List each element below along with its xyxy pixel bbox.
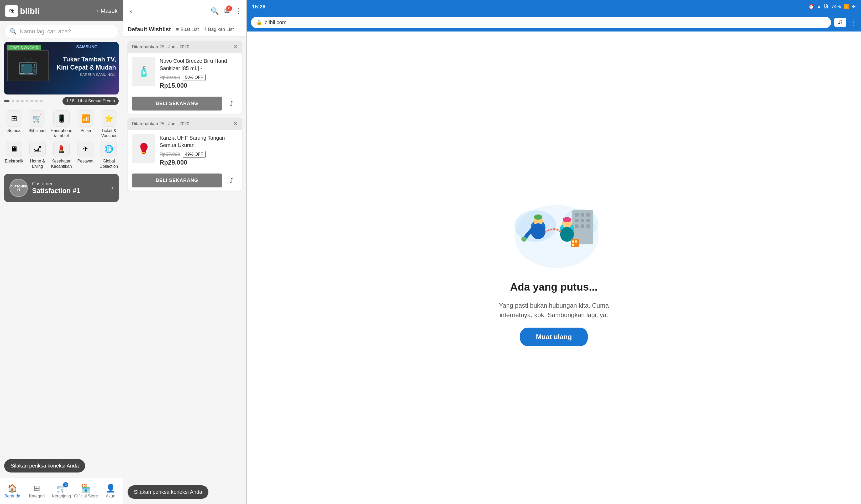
status-time: 15:26 — [252, 4, 265, 10]
categories-row2: 🖥 Elektronik 🛋 Home & Living 💄 Kesehatan… — [0, 141, 123, 171]
error-title: Ada yang putus... — [510, 281, 598, 293]
svg-rect-26 — [572, 244, 574, 246]
wishlist-item-2-close[interactable]: ✕ — [233, 121, 238, 127]
nav-akun[interactable]: 👤 Akun — [98, 481, 123, 501]
nav-akun-label: Akun — [106, 494, 115, 499]
share-button-1[interactable]: ⤴ — [225, 97, 238, 110]
blibli-logo: 🛍 blibli — [5, 5, 40, 17]
akun-icon: 👤 — [106, 483, 115, 493]
nav-keranjang-label: Keranjang — [52, 494, 71, 499]
product-1-price: Rp15.000 — [160, 82, 238, 89]
home-icon: 🏠 — [8, 483, 17, 493]
cat-bliblimart[interactable]: 🛒 Bliblimart — [27, 110, 47, 138]
lock-icon: 🔒 — [256, 19, 262, 25]
error-message: Yang pasti bukan hubungan kita. Cuma int… — [488, 301, 619, 320]
cat-handphone[interactable]: 📱 Handphone & Tablet — [51, 110, 72, 138]
bluetooth-icon: ✈ — [852, 4, 856, 10]
nav-beranda[interactable]: 🏠 Beranda — [0, 481, 25, 501]
wishlist-item-1-header: Ditambahkan 25 - Jun - 2020 ✕ — [127, 41, 242, 53]
indicator-6[interactable] — [30, 100, 33, 103]
more-options-icon[interactable]: ⋮ — [235, 7, 242, 15]
buat-list-label: Buat List — [180, 27, 199, 32]
indicator-1[interactable] — [4, 100, 10, 103]
cat-ticket-label: Ticket & Voucher — [99, 128, 119, 138]
cat-ticket[interactable]: ⭐ Ticket & Voucher — [99, 110, 119, 138]
satisfaction-label: Customer — [32, 181, 107, 187]
cat-pesawat-label: Pesawat — [77, 159, 93, 164]
cat-elektronik[interactable]: 🖥 Elektronik — [4, 141, 24, 168]
masuk-icon: ⟶ — [91, 8, 99, 14]
url-text: blibli.com — [264, 19, 286, 26]
svg-rect-23 — [571, 239, 579, 247]
promo-badge[interactable]: 1 / 8 Lihat Semua Promo — [63, 97, 119, 105]
product-1-name: Nuvo Cool Breeze Biru Hand Sanitizer [85… — [160, 57, 238, 72]
bottom-navigation: 🏠 Beranda ⊞ Kategori 🛒 0 Keranjang 🏪 Off… — [0, 478, 123, 504]
nav-official[interactable]: 🏪 Official Store — [74, 481, 98, 501]
cat-elektronik-icon: 🖥 — [6, 141, 22, 157]
product-1-pricing: Rp30.000 50% OFF — [160, 74, 238, 81]
satisfaction-banner[interactable]: CUSTOMER#1 Customer Satisfaction #1 › — [4, 174, 119, 202]
keranjang-badge: 0 — [63, 482, 68, 488]
indicator-2[interactable] — [12, 100, 14, 103]
browser-menu-button[interactable]: ⋮ — [849, 18, 857, 27]
banner-text: Tukar Tambah TV, Kini Cepat & Mudah KARE… — [56, 55, 116, 77]
cat-home[interactable]: 🛋 Home & Living — [28, 141, 47, 168]
wishlist-item-2: Ditambahkan 25 - Jun - 2020 ✕ 🥊 Kanzia U… — [127, 118, 242, 191]
product-2-image: 🥊 — [132, 134, 155, 163]
svg-rect-11 — [580, 224, 584, 228]
satisfaction-badge-text: CUSTOMER#1 — [11, 185, 27, 191]
reload-label: Muat ulang — [536, 333, 572, 341]
cat-ticket-icon: ⭐ — [101, 110, 117, 126]
wishlist-item-1-close[interactable]: ✕ — [233, 44, 238, 51]
bagikan-list-button[interactable]: ⤴ Bagikan List — [204, 27, 234, 32]
svg-rect-24 — [572, 241, 574, 243]
cat-pesawat[interactable]: ✈ Pesawat — [76, 141, 95, 168]
svg-point-21 — [563, 217, 571, 222]
reload-button[interactable]: Muat ulang — [520, 328, 587, 346]
masuk-button[interactable]: ⟶ Masuk — [91, 8, 118, 14]
nav-kategori[interactable]: ⊞ Kategori — [25, 481, 49, 501]
share-button-2[interactable]: ⤴ — [225, 174, 238, 187]
nav-keranjang[interactable]: 🛒 0 Keranjang — [49, 481, 74, 501]
cat-global[interactable]: 🌐 Global Collection — [99, 141, 119, 168]
promo-page: 1 / 8 — [66, 99, 74, 103]
indicator-4[interactable] — [21, 100, 24, 103]
status-icons: ⏰ ▲ 🖼 74% 📶 ✈ — [808, 4, 856, 10]
browser-nav: 🔒 blibli.com 17 ⋮ — [247, 13, 861, 31]
wishlist-item-2-body: 🥊 Kanzia UHF Sarung Tangan Semua Ukuran … — [127, 130, 242, 171]
tabs-button[interactable]: 17 — [834, 18, 846, 27]
cat-pulsa[interactable]: 📶 Pulsa — [76, 110, 95, 138]
indicator-3[interactable] — [16, 100, 19, 103]
masuk-label: Masuk — [100, 8, 118, 14]
indicator-5[interactable] — [26, 100, 28, 103]
share-icon: ⤴ — [204, 27, 206, 32]
svg-rect-5 — [580, 213, 584, 217]
back-button[interactable]: ‹ — [127, 5, 134, 17]
cat-global-icon: 🌐 — [100, 141, 117, 157]
search-bar[interactable]: 🔍 Kamu lagi cari apa? — [4, 25, 119, 38]
wishlist-header: ‹ 🔍 ✉ 0 ⋮ — [123, 0, 246, 22]
cat-pesawat-icon: ✈ — [77, 141, 94, 157]
categories-row1: ⊞ Semua 🛒 Bliblimart 📱 Handphone & Table… — [0, 108, 123, 141]
cat-semua-label: Semua — [8, 128, 21, 133]
cat-semua[interactable]: ⊞ Semua — [4, 110, 24, 138]
beli-sekarang-button-1[interactable]: BELI SEKARANG — [132, 97, 222, 110]
cat-kesehatan-icon: 💄 — [53, 141, 70, 157]
indicator-8[interactable] — [40, 100, 42, 103]
banner-tagline: KARENA KAMU NO.1 — [56, 72, 116, 77]
cat-bliblimart-label: Bliblimart — [29, 128, 46, 133]
beli-sekarang-button-2[interactable]: BELI SEKARANG — [132, 174, 222, 188]
product-1-image: 🧴 — [132, 57, 155, 86]
svg-rect-25 — [575, 241, 577, 243]
svg-point-16 — [531, 223, 546, 239]
buat-list-button[interactable]: ≡ Buat List — [176, 27, 199, 32]
search-button[interactable]: 🔍 — [210, 7, 219, 15]
kategori-icon: ⊞ — [33, 483, 40, 493]
product-2-price: Rp29.000 — [160, 159, 238, 166]
product-1-original-price: Rp30.000 — [160, 75, 180, 80]
indicator-7[interactable] — [35, 100, 38, 103]
address-bar[interactable]: 🔒 blibli.com — [251, 17, 831, 28]
cat-kesehatan[interactable]: 💄 Kesehatan Kecantikan — [51, 141, 72, 168]
wishlist-panel: ‹ 🔍 ✉ 0 ⋮ Default Wishlist ≡ Buat List ⤴… — [123, 0, 247, 504]
cat-pulsa-icon: 📶 — [78, 110, 94, 126]
